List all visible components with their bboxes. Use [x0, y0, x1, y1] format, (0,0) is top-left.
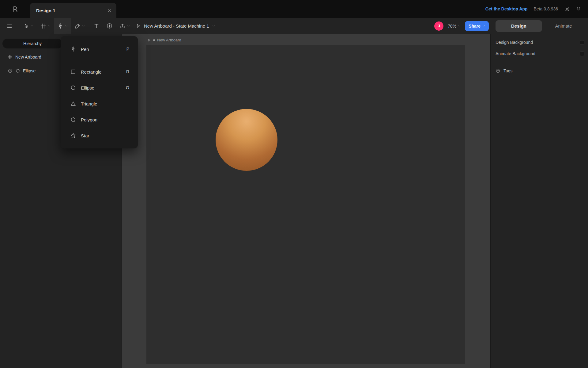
topbar-right: Get the Desktop App Beta 0.8.936: [485, 0, 588, 18]
tags-section-header: Tags: [491, 66, 588, 76]
inspector-panel: Design Background Animate Background Tag…: [490, 34, 588, 368]
artboard-frame-icon: [40, 23, 46, 29]
beta-version: Beta 0.8.936: [534, 6, 558, 11]
zoom-control[interactable]: 78%: [448, 24, 461, 29]
add-tag-button[interactable]: [580, 69, 584, 73]
chevron-down-icon: [65, 25, 68, 27]
toolbar: New Artboard - State Machine 1 J 78% Sha…: [0, 18, 588, 34]
pen-icon: [70, 46, 77, 52]
chevron-down-icon: [212, 25, 215, 27]
menu-group-gap: [61, 56, 138, 64]
collapse-chevron-icon[interactable]: [496, 68, 500, 73]
chevron-down-icon: [48, 25, 51, 27]
expand-chevron-icon[interactable]: [8, 68, 13, 73]
user-avatar[interactable]: J: [434, 21, 443, 31]
ellipse-icon: [15, 68, 20, 73]
menu-item-star[interactable]: Star: [61, 128, 138, 144]
chevron-down-icon: [482, 25, 485, 27]
artboard-state-selector[interactable]: New Artboard - State Machine 1: [136, 23, 215, 29]
design-background-swatch[interactable]: [580, 40, 584, 45]
tab-design-mode[interactable]: Design: [496, 20, 542, 32]
tree-item-label: New Artboard: [15, 55, 41, 59]
topbar: Design 1 Get the Desktop App Beta 0.8.93…: [0, 0, 588, 18]
artboard-state-label: New Artboard - State Machine 1: [144, 23, 209, 29]
whats-new-icon[interactable]: [564, 6, 570, 12]
toolbar-right: J 78% Share Design Animate: [434, 20, 588, 32]
rive-logo-icon: [12, 5, 18, 13]
animate-background-row: Animate Background: [491, 48, 588, 59]
design-background-label: Design Background: [496, 40, 533, 45]
mode-segmented-control: Design Animate: [496, 20, 585, 32]
tab-title: Design 1: [36, 8, 55, 13]
events-tool-button[interactable]: [103, 18, 116, 34]
tags-label: Tags: [503, 68, 513, 73]
menu-item-shortcut: O: [126, 85, 129, 90]
polygon-icon: [70, 117, 77, 123]
get-desktop-app-link[interactable]: Get the Desktop App: [485, 6, 528, 11]
menu-item-pen[interactable]: Pen P: [61, 42, 138, 56]
artboard-tool-button[interactable]: [37, 18, 54, 34]
text-icon: [93, 23, 100, 29]
menu-item-shortcut: P: [126, 47, 129, 52]
select-cursor-icon: [23, 23, 29, 29]
pen-tool-dropdown-menu: Pen P Rectangle R Ellipse O Triangle: [61, 36, 138, 148]
rive-logo[interactable]: [0, 0, 30, 18]
text-tool-button[interactable]: [90, 18, 103, 34]
menu-item-polygon[interactable]: Polygon: [61, 112, 138, 128]
notifications-bell-icon[interactable]: [576, 6, 581, 12]
play-icon: [136, 23, 141, 29]
animate-background-swatch[interactable]: [580, 52, 584, 56]
chevron-down-icon: [82, 25, 85, 27]
chevron-down-icon: [31, 25, 33, 27]
zoom-level: 78%: [448, 24, 456, 29]
menu-item-label: Star: [81, 133, 89, 138]
artboard-header[interactable]: New Artboard: [147, 38, 181, 42]
menu-item-ellipse[interactable]: Ellipse O: [61, 80, 138, 96]
star-icon: [70, 132, 77, 139]
divider: [491, 62, 588, 62]
canvas[interactable]: New Artboard: [122, 34, 490, 368]
menu-item-shortcut: R: [126, 69, 129, 74]
design-background-row: Design Background: [491, 37, 588, 48]
pencil-icon: [74, 23, 81, 29]
ellipse-icon: [70, 85, 77, 91]
artboard-name-label[interactable]: New Artboard: [157, 38, 181, 42]
share-button[interactable]: Share: [465, 21, 489, 31]
menu-item-label: Pen: [81, 47, 89, 52]
animate-background-label: Animate Background: [496, 51, 535, 56]
menu-item-label: Triangle: [81, 101, 97, 106]
artboard-dot-icon: [153, 39, 155, 41]
rectangle-icon: [70, 69, 77, 75]
lightning-circle-icon: [106, 23, 113, 29]
hamburger-icon: [6, 23, 13, 29]
artboard-surface[interactable]: [146, 45, 465, 364]
ellipse-shape[interactable]: [216, 109, 277, 171]
menu-item-label: Ellipse: [81, 85, 94, 90]
share-label: Share: [469, 24, 481, 29]
artboard-frame-icon: [8, 55, 13, 59]
tab-hierarchy[interactable]: Hierarchy: [2, 39, 62, 48]
menu-item-triangle[interactable]: Triangle: [61, 96, 138, 112]
tree-item-label: Ellipse: [23, 68, 36, 73]
triangle-icon: [70, 101, 77, 107]
rive-editor: Design 1 Get the Desktop App Beta 0.8.93…: [0, 0, 588, 368]
tab-animate-mode[interactable]: Animate: [542, 20, 585, 32]
export-icon: [119, 23, 126, 29]
tab-design-1[interactable]: Design 1: [30, 3, 116, 18]
export-button[interactable]: [116, 18, 133, 34]
chevron-down-icon: [458, 25, 461, 27]
main-menu-button[interactable]: [3, 18, 16, 34]
menu-item-rectangle[interactable]: Rectangle R: [61, 64, 138, 80]
select-tool-button[interactable]: [20, 18, 37, 34]
close-icon[interactable]: [107, 9, 111, 13]
play-icon[interactable]: [147, 38, 151, 42]
pen-icon: [57, 23, 63, 29]
pencil-tool-button[interactable]: [71, 18, 88, 34]
chevron-down-icon: [127, 25, 130, 27]
pen-tool-button[interactable]: [54, 18, 71, 34]
menu-item-label: Rectangle: [81, 69, 102, 75]
menu-item-label: Polygon: [81, 117, 97, 122]
